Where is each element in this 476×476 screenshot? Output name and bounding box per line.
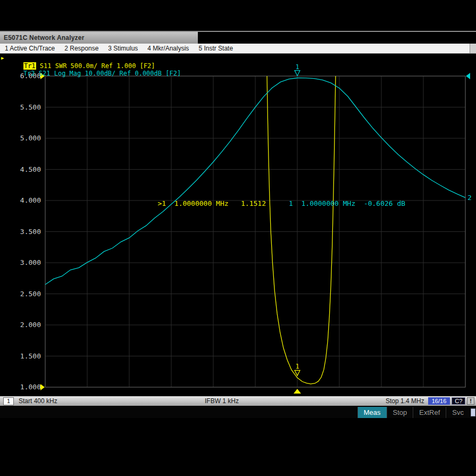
sweep-stop-label: Stop 1.4 MHz xyxy=(386,397,424,405)
trace2-settings: S21 Log Mag 10.00dB/ Ref 0.000dB xyxy=(35,70,166,77)
bottom-taskbar: Meas Stop ExtRef Svc xyxy=(0,407,476,418)
y-axis-tick-label: 4.000 xyxy=(20,196,41,204)
trace1-status-row[interactable]: ▶Tr1 S11 SWR 500.0m/ Ref 1.000 [F2] xyxy=(0,55,155,62)
trace2-status-row[interactable]: Tr2 S21 Log Mag 10.00dB/ Ref 0.000dB [F2… xyxy=(0,62,181,69)
sweep-start-label: Start 400 kHz xyxy=(19,397,57,405)
plot-area: 6.0005.5005.0004.5004.0003.5003.0002.500… xyxy=(0,54,476,396)
active-trace-arrow-icon: ▶ xyxy=(1,55,4,61)
y-axis-tick-label: 1.500 xyxy=(20,352,41,360)
y-axis-tick-label: 3.000 xyxy=(20,258,41,266)
y-axis-tick-label: 3.500 xyxy=(20,228,41,236)
y-axis-tick-label: 5.000 xyxy=(20,134,41,142)
taskbar-extref-button[interactable]: ExtRef xyxy=(413,407,446,418)
trace2-badge: Tr2 xyxy=(23,70,35,77)
trace-1-curve xyxy=(267,76,336,384)
marker-tr2-symbol[interactable] xyxy=(295,71,300,76)
taskbar-stop-button[interactable]: Stop xyxy=(387,407,413,418)
menu-item-mkr-analysis[interactable]: 4 Mkr/Analysis xyxy=(143,45,194,52)
window-titlebar: E5071C Network Analyzer xyxy=(0,31,476,44)
y-axis-tick-label: 4.500 xyxy=(20,165,41,173)
ref-marker-right-top xyxy=(466,73,470,79)
menu-bar: 1 Active Ch/Trace 2 Response 3 Stimulus … xyxy=(0,44,476,54)
taskbar-meas-button[interactable]: Meas xyxy=(357,407,387,418)
taskbar-edge-box[interactable] xyxy=(471,408,475,416)
trace2-state: [F2] xyxy=(165,70,181,77)
menu-item-stimulus[interactable]: 3 Stimulus xyxy=(103,45,143,52)
menu-item-response[interactable]: 2 Response xyxy=(60,45,103,52)
y-axis-tick-label: 5.500 xyxy=(20,103,41,111)
menu-scrollbar[interactable] xyxy=(470,44,476,53)
menu-item-active-ch-trace[interactable]: 1 Active Ch/Trace xyxy=(0,45,60,52)
titlebar-grip[interactable]: E5071C Network Analyzer xyxy=(0,32,198,44)
y-axis-tick-label: 1.000 xyxy=(20,383,41,391)
menu-item-instr-state[interactable]: 5 Instr State xyxy=(194,45,238,52)
ifbw-label: IFBW 1 kHz xyxy=(205,397,239,405)
window-title: E5071C Network Analyzer xyxy=(0,34,85,41)
correction-status-badge: C? xyxy=(452,397,465,405)
instrument-status-bar: 1 Start 400 kHz IFBW 1 kHz Stop 1.4 MHz … xyxy=(0,396,476,406)
error-alert-badge[interactable]: ! xyxy=(467,397,474,405)
marker-tr1-label: 1 xyxy=(295,363,299,370)
marker-readout-tr2: 1 1.0000000 MHz -0.6026 dB xyxy=(289,199,405,207)
marker-readout-tr1: >1 1.0000000 MHz 1.1512 xyxy=(158,199,266,207)
analyzer-window: E5071C Network Analyzer 1 Active Ch/Trac… xyxy=(0,0,476,476)
stimulus-marker[interactable] xyxy=(294,389,301,394)
y-axis-tick-label: 2.500 xyxy=(20,290,41,298)
channel-number-badge: 1 xyxy=(3,397,14,405)
status-bar-right-group: Stop 1.4 MHz 16/16 C? ! xyxy=(386,397,474,405)
trace2-edge-label: 2 xyxy=(467,194,472,202)
taskbar-svc-button[interactable]: Svc xyxy=(446,407,470,418)
points-count-badge: 16/16 xyxy=(428,397,450,405)
marker-tr2-label: 1 xyxy=(295,63,299,71)
ref-marker-left-bottom xyxy=(40,384,45,390)
y-axis-tick-label: 2.000 xyxy=(20,321,41,329)
